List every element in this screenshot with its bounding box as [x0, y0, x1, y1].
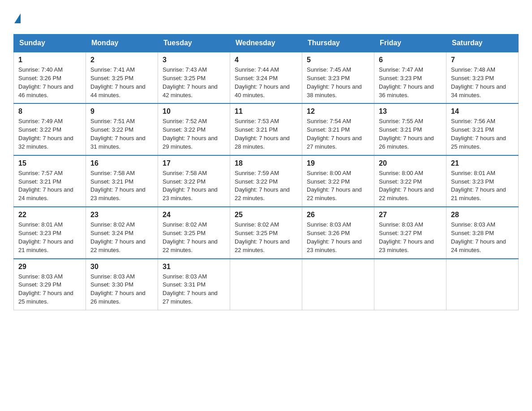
calendar-cell: 28Sunrise: 8:03 AMSunset: 3:28 PMDayligh…	[446, 207, 519, 258]
calendar-cell: 5Sunrise: 7:45 AMSunset: 3:23 PMDaylight…	[302, 52, 374, 103]
logo	[13, 9, 21, 25]
day-info: Sunrise: 7:52 AMSunset: 3:22 PMDaylight:…	[163, 117, 225, 151]
day-info: Sunrise: 7:40 AMSunset: 3:26 PMDaylight:…	[18, 66, 81, 99]
calendar-cell: 4Sunrise: 7:44 AMSunset: 3:24 PMDaylight…	[230, 52, 302, 103]
day-info: Sunrise: 8:00 AMSunset: 3:22 PMDaylight:…	[307, 169, 369, 203]
day-number: 3	[163, 56, 225, 64]
calendar-cell: 31Sunrise: 8:03 AMSunset: 3:31 PMDayligh…	[158, 259, 230, 310]
day-number: 22	[18, 211, 81, 219]
week-row-1: 1Sunrise: 7:40 AMSunset: 3:26 PMDaylight…	[14, 52, 519, 103]
calendar-cell: 8Sunrise: 7:49 AMSunset: 3:22 PMDaylight…	[14, 103, 86, 155]
day-number: 27	[379, 211, 442, 219]
day-info: Sunrise: 8:03 AMSunset: 3:26 PMDaylight:…	[307, 221, 369, 254]
header-monday: Monday	[86, 34, 158, 52]
calendar-cell: 18Sunrise: 7:59 AMSunset: 3:22 PMDayligh…	[230, 155, 302, 207]
day-number: 1	[18, 56, 81, 64]
logo-triangle-icon	[14, 13, 21, 23]
calendar-cell: 14Sunrise: 7:56 AMSunset: 3:21 PMDayligh…	[446, 103, 519, 155]
day-number: 11	[235, 107, 297, 116]
day-number: 18	[235, 159, 297, 167]
calendar-cell: 26Sunrise: 8:03 AMSunset: 3:26 PMDayligh…	[302, 207, 374, 258]
day-number: 4	[235, 56, 297, 64]
calendar-cell	[446, 259, 519, 310]
day-number: 13	[379, 107, 442, 116]
day-info: Sunrise: 7:49 AMSunset: 3:22 PMDaylight:…	[18, 117, 81, 151]
calendar-cell: 21Sunrise: 8:01 AMSunset: 3:23 PMDayligh…	[446, 155, 519, 207]
calendar-cell: 19Sunrise: 8:00 AMSunset: 3:22 PMDayligh…	[302, 155, 374, 207]
header-tuesday: Tuesday	[158, 34, 230, 52]
calendar-cell: 25Sunrise: 8:02 AMSunset: 3:25 PMDayligh…	[230, 207, 302, 258]
calendar-cell: 20Sunrise: 8:00 AMSunset: 3:22 PMDayligh…	[374, 155, 446, 207]
day-info: Sunrise: 7:41 AMSunset: 3:25 PMDaylight:…	[90, 66, 153, 99]
calendar-cell: 10Sunrise: 7:52 AMSunset: 3:22 PMDayligh…	[158, 103, 230, 155]
day-number: 19	[307, 159, 369, 167]
day-info: Sunrise: 7:44 AMSunset: 3:24 PMDaylight:…	[235, 66, 297, 99]
day-number: 29	[18, 263, 81, 271]
day-number: 17	[163, 159, 225, 167]
calendar-cell: 9Sunrise: 7:51 AMSunset: 3:22 PMDaylight…	[86, 103, 158, 155]
calendar-cell: 11Sunrise: 7:53 AMSunset: 3:21 PMDayligh…	[230, 103, 302, 155]
calendar-cell: 13Sunrise: 7:55 AMSunset: 3:21 PMDayligh…	[374, 103, 446, 155]
calendar-cell: 17Sunrise: 7:58 AMSunset: 3:22 PMDayligh…	[158, 155, 230, 207]
header-saturday: Saturday	[446, 34, 519, 52]
week-row-5: 29Sunrise: 8:03 AMSunset: 3:29 PMDayligh…	[14, 259, 519, 310]
day-info: Sunrise: 7:48 AMSunset: 3:23 PMDaylight:…	[451, 66, 514, 99]
day-number: 14	[451, 107, 514, 116]
calendar-cell: 24Sunrise: 8:02 AMSunset: 3:25 PMDayligh…	[158, 207, 230, 258]
header-friday: Friday	[374, 34, 446, 52]
day-number: 15	[18, 159, 81, 167]
day-info: Sunrise: 7:43 AMSunset: 3:25 PMDaylight:…	[163, 66, 225, 99]
day-info: Sunrise: 8:01 AMSunset: 3:23 PMDaylight:…	[18, 221, 81, 254]
day-info: Sunrise: 8:00 AMSunset: 3:22 PMDaylight:…	[379, 169, 442, 203]
week-row-3: 15Sunrise: 7:57 AMSunset: 3:21 PMDayligh…	[14, 155, 519, 207]
day-number: 21	[451, 159, 514, 167]
day-info: Sunrise: 8:03 AMSunset: 3:30 PMDaylight:…	[90, 273, 153, 306]
day-info: Sunrise: 7:58 AMSunset: 3:21 PMDaylight:…	[90, 169, 153, 203]
day-info: Sunrise: 7:57 AMSunset: 3:21 PMDaylight:…	[18, 169, 81, 203]
day-info: Sunrise: 8:03 AMSunset: 3:31 PMDaylight:…	[163, 273, 225, 306]
logo-blue-part	[13, 13, 21, 24]
calendar-cell	[230, 259, 302, 310]
day-info: Sunrise: 7:58 AMSunset: 3:22 PMDaylight:…	[163, 169, 225, 203]
day-number: 7	[451, 56, 514, 64]
calendar-table: SundayMondayTuesdayWednesdayThursdayFrid…	[13, 34, 519, 310]
day-number: 25	[235, 211, 297, 219]
day-number: 16	[90, 159, 153, 167]
day-info: Sunrise: 7:59 AMSunset: 3:22 PMDaylight:…	[235, 169, 297, 203]
day-number: 24	[163, 211, 225, 219]
day-number: 12	[307, 107, 369, 116]
day-number: 26	[307, 211, 369, 219]
day-number: 2	[90, 56, 153, 64]
calendar-cell: 16Sunrise: 7:58 AMSunset: 3:21 PMDayligh…	[86, 155, 158, 207]
day-info: Sunrise: 8:02 AMSunset: 3:25 PMDaylight:…	[163, 221, 225, 254]
day-info: Sunrise: 7:54 AMSunset: 3:21 PMDaylight:…	[307, 117, 369, 151]
day-info: Sunrise: 7:45 AMSunset: 3:23 PMDaylight:…	[307, 66, 369, 99]
calendar-cell: 15Sunrise: 7:57 AMSunset: 3:21 PMDayligh…	[14, 155, 86, 207]
calendar-cell: 22Sunrise: 8:01 AMSunset: 3:23 PMDayligh…	[14, 207, 86, 258]
calendar-cell: 30Sunrise: 8:03 AMSunset: 3:30 PMDayligh…	[86, 259, 158, 310]
calendar-cell: 12Sunrise: 7:54 AMSunset: 3:21 PMDayligh…	[302, 103, 374, 155]
calendar-cell: 6Sunrise: 7:47 AMSunset: 3:23 PMDaylight…	[374, 52, 446, 103]
day-number: 8	[18, 107, 81, 116]
day-info: Sunrise: 8:03 AMSunset: 3:28 PMDaylight:…	[451, 221, 514, 254]
calendar-cell: 23Sunrise: 8:02 AMSunset: 3:24 PMDayligh…	[86, 207, 158, 258]
day-number: 10	[163, 107, 225, 116]
day-number: 28	[451, 211, 514, 219]
day-number: 23	[90, 211, 153, 219]
header-thursday: Thursday	[302, 34, 374, 52]
header-wednesday: Wednesday	[230, 34, 302, 52]
day-info: Sunrise: 8:02 AMSunset: 3:25 PMDaylight:…	[235, 221, 297, 254]
day-info: Sunrise: 8:03 AMSunset: 3:27 PMDaylight:…	[379, 221, 442, 254]
day-number: 6	[379, 56, 442, 64]
day-info: Sunrise: 7:47 AMSunset: 3:23 PMDaylight:…	[379, 66, 442, 99]
header-sunday: Sunday	[14, 34, 86, 52]
calendar-cell: 1Sunrise: 7:40 AMSunset: 3:26 PMDaylight…	[14, 52, 86, 103]
day-info: Sunrise: 7:53 AMSunset: 3:21 PMDaylight:…	[235, 117, 297, 151]
calendar-cell: 7Sunrise: 7:48 AMSunset: 3:23 PMDaylight…	[446, 52, 519, 103]
calendar-cell: 3Sunrise: 7:43 AMSunset: 3:25 PMDaylight…	[158, 52, 230, 103]
day-info: Sunrise: 8:02 AMSunset: 3:24 PMDaylight:…	[90, 221, 153, 254]
day-info: Sunrise: 7:55 AMSunset: 3:21 PMDaylight:…	[379, 117, 442, 151]
week-row-4: 22Sunrise: 8:01 AMSunset: 3:23 PMDayligh…	[14, 207, 519, 258]
day-number: 9	[90, 107, 153, 116]
calendar-cell: 2Sunrise: 7:41 AMSunset: 3:25 PMDaylight…	[86, 52, 158, 103]
